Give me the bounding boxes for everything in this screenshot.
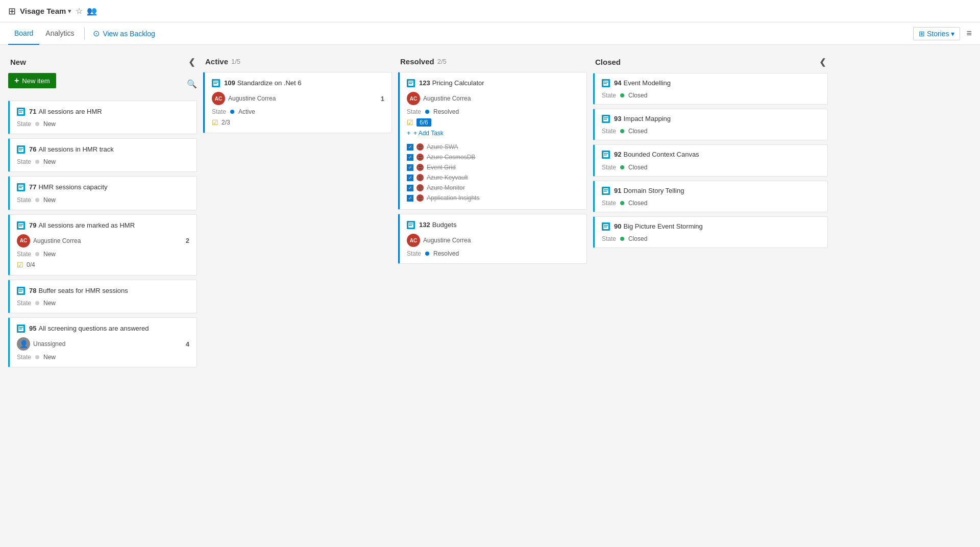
favorite-icon[interactable]: ☆ xyxy=(76,6,83,16)
resolved-cards-list: 123Pricing Calculator AC Augustine Corre… xyxy=(398,72,587,539)
state-dot-90 xyxy=(620,237,624,241)
card-93: 93Impact Mapping State Closed xyxy=(593,109,828,140)
top-nav: ⊞ Visage Team ▾ ☆ 👥 xyxy=(0,0,980,22)
card-92: 92Bounded Context Canvas State Closed xyxy=(593,144,828,176)
stories-btn[interactable]: ⊞ Stories ▾ xyxy=(913,27,961,40)
svg-rect-31 xyxy=(604,117,608,118)
add-task-btn-123[interactable]: + + Add Task xyxy=(407,127,579,140)
column-active-header: Active 1/5 xyxy=(203,53,392,72)
card-94: 94Event Modelling State Closed xyxy=(593,73,828,105)
card-132-title: 132Budgets xyxy=(419,220,456,230)
task-item-event-grid: ✓ 🐞 Event Grid xyxy=(407,162,579,172)
task-check-monitor[interactable]: ✓ xyxy=(407,185,413,191)
column-resolved-title: Resolved xyxy=(400,57,434,66)
stories-grid-icon: ⊞ xyxy=(919,30,925,38)
svg-rect-19 xyxy=(214,82,218,83)
task-icon-109: ☑ xyxy=(212,118,218,127)
svg-rect-10 xyxy=(19,224,23,225)
tab-separator xyxy=(84,28,85,40)
card-95: 95All screening questions are answered 👤… xyxy=(8,317,197,367)
state-dot-132 xyxy=(425,252,429,256)
task-check-cosmosdb[interactable]: ✓ xyxy=(407,154,413,161)
task-check-event-grid[interactable]: ✓ xyxy=(407,164,413,171)
search-icon[interactable]: 🔍 xyxy=(187,79,197,89)
story-icon-92 xyxy=(602,151,610,159)
column-resolved: Resolved 2/5 123Pricing Calculator AC xyxy=(398,53,587,539)
state-dot-123 xyxy=(425,110,429,114)
story-icon-71 xyxy=(17,108,25,116)
story-icon-123 xyxy=(407,79,415,87)
task-bug-icon-cosmosdb: 🐞 xyxy=(416,154,424,161)
story-icon-95 xyxy=(17,325,25,333)
column-resolved-header: Resolved 2/5 xyxy=(398,53,587,72)
tab-board[interactable]: Board xyxy=(8,22,39,45)
active-cards-list: 109Standardize on .Net 6 AC Augustine Co… xyxy=(203,72,392,539)
svg-rect-8 xyxy=(19,187,22,188)
task-bug-icon-azure-swa: 🐞 xyxy=(416,143,424,151)
column-new: New ❮ + New item 🔍 71All sessions are HM… xyxy=(8,53,197,539)
svg-rect-2 xyxy=(19,112,22,113)
task-icon-123: ☑ xyxy=(407,118,413,127)
task-count-79: 0/4 xyxy=(27,261,35,268)
column-closed-collapse[interactable]: ❮ xyxy=(819,57,826,67)
task-bug-icon-monitor: 🐞 xyxy=(416,184,424,191)
new-item-row: + New item 🔍 xyxy=(8,73,197,94)
task-item-app-insights: ✓ 🐞 Application Insights xyxy=(407,193,579,203)
svg-rect-28 xyxy=(604,82,608,83)
plus-icon: + xyxy=(14,76,19,85)
new-item-button[interactable]: + New item xyxy=(8,73,56,88)
tab-analytics[interactable]: Analytics xyxy=(39,22,80,45)
state-dot-91 xyxy=(620,201,624,205)
state-dot-71 xyxy=(35,122,39,126)
state-dot-79 xyxy=(35,252,39,256)
view-as-backlog-btn[interactable]: ⊙ View as Backlog xyxy=(89,29,159,38)
story-icon-79 xyxy=(17,221,25,230)
card-78-title: 78Buffer seats for HMR sessions xyxy=(29,286,128,295)
column-new-collapse[interactable]: ❮ xyxy=(188,57,195,67)
card-79: 79All sessions are marked as HMR AC Augu… xyxy=(8,214,197,276)
story-icon-78 xyxy=(17,287,25,295)
closed-cards-list: 94Event Modelling State Closed 93Impact … xyxy=(593,73,828,539)
card-123-title: 123Pricing Calculator xyxy=(419,79,484,88)
story-icon-93 xyxy=(602,115,610,123)
people-icon[interactable]: 👥 xyxy=(87,6,97,16)
svg-rect-29 xyxy=(604,83,607,84)
svg-rect-20 xyxy=(214,83,217,84)
task-check-azure-swa[interactable]: ✓ xyxy=(407,144,413,151)
card-77: 77HMR sessions capacity State New xyxy=(8,176,197,210)
svg-rect-5 xyxy=(19,150,22,151)
task-check-keyvault[interactable]: ✓ xyxy=(407,175,413,181)
avatar-79: AC xyxy=(17,234,30,247)
column-closed: Closed ❮ 94Event Modelling State Cl xyxy=(593,53,828,539)
task-check-app-insights[interactable]: ✓ xyxy=(407,195,413,202)
story-icon-132 xyxy=(407,221,415,229)
avatar-109: AC xyxy=(212,92,225,105)
svg-rect-32 xyxy=(604,119,607,120)
card-91: 91Domain Story Telling State Closed xyxy=(593,181,828,212)
team-name[interactable]: Visage Team xyxy=(20,7,66,15)
column-new-header: New ❮ xyxy=(8,53,197,73)
card-79-title: 79All sessions are marked as HMR xyxy=(29,221,135,230)
add-task-plus-icon: + xyxy=(407,130,410,137)
team-chevron-icon[interactable]: ▾ xyxy=(68,7,71,15)
svg-rect-4 xyxy=(19,148,23,149)
story-icon-77 xyxy=(17,183,25,191)
card-91-title: 91Domain Story Telling xyxy=(614,186,684,195)
card-76: 76All sessions in HMR track State New xyxy=(8,138,197,172)
task-bug-icon-event-grid: 🐞 xyxy=(416,164,424,171)
avatar-132: AC xyxy=(407,234,420,247)
svg-rect-17 xyxy=(19,329,22,330)
story-icon-109 xyxy=(212,79,220,87)
column-closed-title: Closed xyxy=(595,58,621,66)
state-dot-94 xyxy=(620,93,624,97)
svg-rect-7 xyxy=(19,186,23,187)
card-132: 132Budgets AC Augustine Correa State Res… xyxy=(398,214,587,264)
svg-rect-41 xyxy=(604,227,607,228)
svg-rect-1 xyxy=(19,110,23,111)
svg-rect-37 xyxy=(604,189,608,190)
filter-icon[interactable]: ≡ xyxy=(966,28,972,39)
state-dot-109 xyxy=(230,110,234,114)
task-item-azure-keyvault: ✓ 🐞 Azure Keyvault xyxy=(407,172,579,183)
svg-rect-34 xyxy=(604,153,608,154)
state-dot-93 xyxy=(620,129,624,133)
